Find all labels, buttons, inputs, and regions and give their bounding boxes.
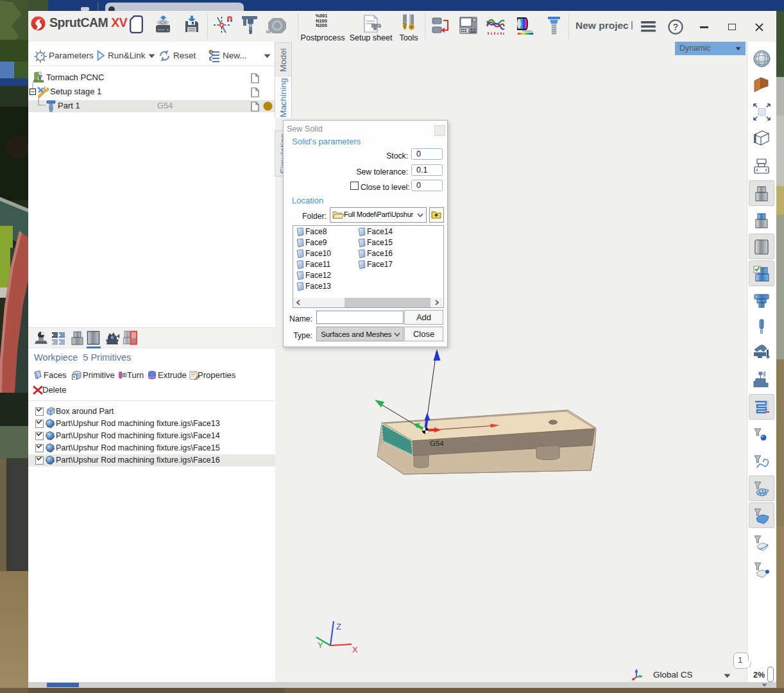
svg-text:G54: G54: [430, 440, 444, 447]
svg-text:Y: Y: [318, 640, 323, 650]
svg-text:Z: Z: [336, 622, 341, 631]
svg-text:?: ?: [673, 22, 679, 32]
svg-text:X: X: [352, 645, 358, 654]
